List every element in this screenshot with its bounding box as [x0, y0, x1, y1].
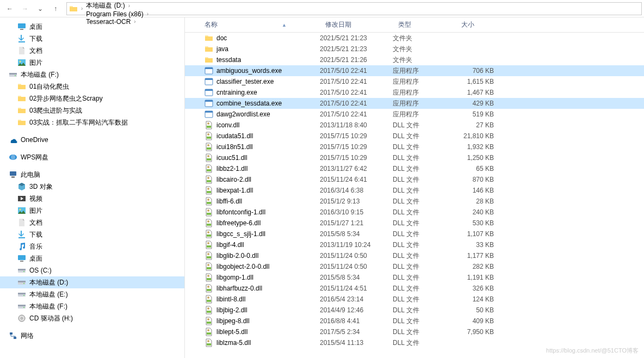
tree-item[interactable]: 本地磁盘 (D:)	[0, 276, 184, 288]
tree-item[interactable]: 图片	[0, 57, 184, 69]
column-type[interactable]: 类型	[393, 17, 456, 32]
tree-item[interactable]: 下载	[0, 229, 184, 240]
file-name: libintl-8.dll	[216, 295, 245, 303]
pic-icon	[17, 58, 26, 67]
tree-item[interactable]: 下载	[0, 33, 184, 45]
file-name: icudata51.dll	[216, 132, 253, 140]
tree-item[interactable]: 图片	[0, 205, 184, 217]
file-size: 146 KB	[456, 187, 505, 194]
tree-item[interactable]: OneDrive	[0, 134, 184, 146]
file-row[interactable]: dawg2wordlist.exe2017/5/10 22:41应用程序519 …	[185, 109, 644, 120]
tree-item[interactable]: 3D 对象	[0, 181, 184, 193]
file-size: 870 KB	[456, 176, 505, 183]
breadcrumb-segment[interactable]: 本地磁盘 (D:)›	[84, 1, 150, 10]
file-size: 1,177 KB	[456, 252, 505, 260]
pic-icon	[17, 206, 26, 215]
tree-item[interactable]: 03实战：抓取二手车网站汽车数据	[0, 116, 184, 128]
file-row[interactable]: icui18n51.dll2015/7/15 10:29DLL 文件1,932 …	[185, 141, 644, 152]
file-type: DLL 文件	[393, 164, 456, 174]
dll-icon	[205, 186, 213, 195]
tree-item[interactable]: 文档	[0, 217, 184, 229]
file-type: DLL 文件	[393, 273, 456, 282]
file-row[interactable]: java2021/5/21 21:23文件夹	[185, 44, 644, 54]
file-date: 2015/1/2 9:13	[320, 197, 393, 205]
file-row[interactable]: libharfbuzz-0.dll2015/11/24 4:51DLL 文件32…	[185, 283, 644, 294]
file-row[interactable]: ambiguous_words.exe2017/5/10 22:41应用程序70…	[185, 65, 644, 76]
column-size[interactable]: 大小	[456, 17, 505, 32]
tree-item[interactable]: 本地磁盘 (F:)	[0, 300, 184, 312]
tree-item-label: 桌面	[29, 22, 42, 32]
onedrive-icon	[9, 135, 17, 144]
file-date: 2016/5/4 23:14	[320, 295, 393, 303]
breadcrumb-segment[interactable]: Program Files (x86)›	[84, 10, 150, 18]
file-row[interactable]: iconv.dll2013/11/18 8:40DLL 文件27 KB	[185, 120, 644, 131]
file-row[interactable]: libglib-2.0-0.dll2015/11/24 0:50DLL 文件1,…	[185, 250, 644, 261]
tree-item[interactable]: 02异步网络爬虫之Scrapy	[0, 92, 184, 104]
tree-item-label: 网络	[21, 331, 34, 341]
file-size: 1,615 KB	[456, 78, 505, 85]
file-row[interactable]: doc2021/5/21 21:23文件夹	[185, 33, 644, 44]
nav-forward-button[interactable]: →	[17, 1, 33, 16]
file-row[interactable]: cntraining.exe2017/5/10 22:41应用程序1,467 K…	[185, 87, 644, 98]
file-row[interactable]: classifier_tester.exe2017/5/10 22:41应用程序…	[185, 76, 644, 87]
tree-item[interactable]: WPS网盘	[0, 151, 184, 163]
file-date: 2015/11/24 0:50	[320, 263, 393, 270]
nav-recent-button[interactable]: ⌄	[33, 1, 48, 16]
file-name: dawg2wordlist.exe	[216, 110, 270, 118]
tree-item[interactable]: CD 驱动器 (H:)	[0, 312, 184, 324]
file-size: 65 KB	[456, 165, 505, 172]
file-row[interactable]: liblept-5.dll2017/5/5 2:34DLL 文件7,950 KB	[185, 326, 644, 337]
file-name: libgif-4.dll	[216, 241, 244, 249]
file-row[interactable]: libbz2-1.dll2013/11/27 6:42DLL 文件65 KB	[185, 163, 644, 174]
tree-item[interactable]: 音乐	[0, 240, 184, 252]
file-row[interactable]: icudata51.dll2015/7/15 10:29DLL 文件21,810…	[185, 131, 644, 141]
file-name: doc	[216, 34, 227, 42]
column-date[interactable]: 修改日期	[320, 17, 393, 32]
file-row[interactable]: libfreetype-6.dll2015/1/27 1:21DLL 文件530…	[185, 218, 644, 229]
file-type: DLL 文件	[393, 153, 456, 163]
exe-icon	[205, 66, 213, 75]
dll-icon	[205, 284, 213, 293]
file-type: DLL 文件	[393, 208, 456, 217]
file-row[interactable]: libintl-8.dll2016/5/4 23:14DLL 文件124 KB	[185, 294, 644, 305]
file-row[interactable]: libfontconfig-1.dll2016/3/10 9:15DLL 文件2…	[185, 207, 644, 218]
file-row[interactable]: libjpeg-8.dll2016/8/8 4:41DLL 文件409 KB	[185, 316, 644, 326]
file-row[interactable]: libgomp-1.dll2015/5/8 5:34DLL 文件1,191 KB	[185, 272, 644, 283]
file-row[interactable]: libgobject-2.0-0.dll2015/11/24 0:50DLL 文…	[185, 261, 644, 272]
file-row[interactable]: libcairo-2.dll2015/11/24 6:41DLL 文件870 K…	[185, 174, 644, 185]
file-size: 706 KB	[456, 67, 505, 75]
tree-item[interactable]: 03爬虫进阶与实战	[0, 104, 184, 116]
column-name[interactable]: 名称▲	[185, 17, 320, 32]
file-row[interactable]: combine_tessdata.exe2017/5/10 22:41应用程序4…	[185, 98, 644, 109]
file-row[interactable]: libgif-4.dll2013/11/19 10:24DLL 文件33 KB	[185, 239, 644, 250]
tree-item[interactable]: 桌面	[0, 252, 184, 264]
file-name: libgobject-2.0-0.dll	[216, 263, 269, 270]
tree-item[interactable]: 网络	[0, 330, 184, 342]
file-row[interactable]: tessdata2021/5/21 21:26文件夹	[185, 54, 644, 65]
file-type: 应用程序	[393, 110, 456, 119]
nav-back-button[interactable]: ←	[2, 1, 17, 16]
nav-up-button[interactable]: ↑	[48, 1, 63, 16]
tree-item[interactable]: 01自动化爬虫	[0, 81, 184, 92]
breadcrumb-path[interactable]: › 此电脑›本地磁盘 (D:)›Program Files (x86)›Tess…	[66, 2, 642, 15]
file-row[interactable]: libjbig-2.dll2014/4/9 12:46DLL 文件50 KB	[185, 305, 644, 316]
tree-item[interactable]: 此电脑	[0, 169, 184, 181]
file-row[interactable]: icuuc51.dll2015/7/15 10:29DLL 文件1,250 KB	[185, 152, 644, 163]
tree-item[interactable]: OS (C:)	[0, 264, 184, 276]
tree-item-label: 本地磁盘 (F:)	[29, 302, 67, 311]
tree-item-label: OneDrive	[21, 136, 48, 144]
tree-item[interactable]: 视频	[0, 193, 184, 205]
file-date: 2015/5/8 5:34	[320, 274, 393, 281]
tree-item[interactable]: 文档	[0, 45, 184, 57]
file-row[interactable]: libexpat-1.dll2016/3/14 6:38DLL 文件146 KB	[185, 185, 644, 196]
tree-item[interactable]: 本地磁盘 (F:)	[0, 69, 184, 81]
file-size: 326 KB	[456, 285, 505, 292]
file-name: libgcc_s_sjlj-1.dll	[216, 230, 265, 238]
file-row[interactable]: libffi-6.dll2015/1/2 9:13DLL 文件28 KB	[185, 196, 644, 207]
tree-item[interactable]: 桌面	[0, 21, 184, 33]
dll-icon	[205, 219, 213, 227]
tree-item-label: 03爬虫进阶与实战	[29, 106, 82, 115]
file-date: 2017/5/10 22:41	[320, 110, 393, 118]
tree-item[interactable]: 本地磁盘 (E:)	[0, 288, 184, 300]
file-row[interactable]: libgcc_s_sjlj-1.dll2015/5/8 5:34DLL 文件1,…	[185, 229, 644, 239]
